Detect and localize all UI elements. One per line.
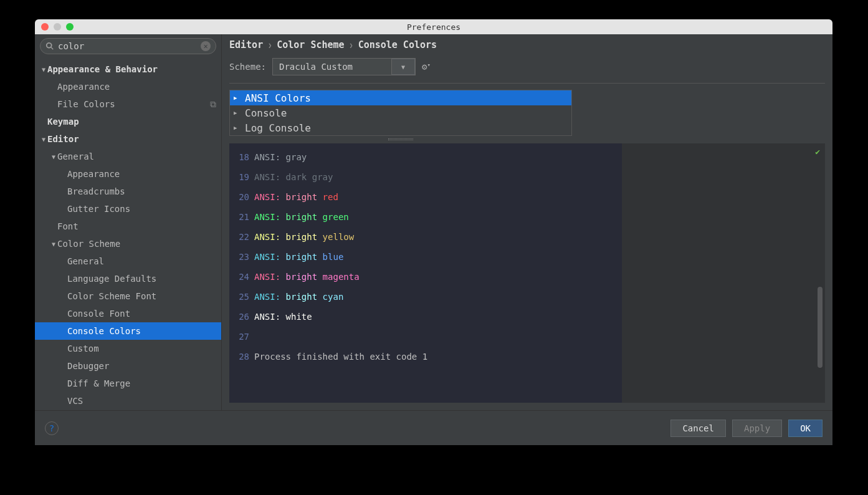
line-number: 28 bbox=[229, 352, 254, 362]
sidebar-item[interactable]: ▼General bbox=[35, 148, 221, 165]
line-number: 25 bbox=[229, 292, 254, 302]
breadcrumb-seg[interactable]: Color Scheme bbox=[277, 39, 344, 50]
project-badge-icon: ⧉ bbox=[210, 99, 216, 110]
ok-button[interactable]: OK bbox=[788, 420, 823, 437]
sidebar-item[interactable]: ▼Color Scheme bbox=[35, 235, 221, 252]
preferences-window: Preferences ✕ ▼Appearance & BehaviorAppe… bbox=[35, 19, 832, 445]
preview-line: 23ANSI: bright blue bbox=[229, 247, 622, 267]
search-input[interactable] bbox=[58, 41, 197, 51]
sidebar-item[interactable]: Custom bbox=[35, 340, 221, 357]
sidebar-item-label: Appearance & Behavior bbox=[47, 64, 158, 74]
line-text: ANSI: dark gray bbox=[254, 172, 333, 182]
line-text: ANSI: gray bbox=[254, 152, 307, 162]
sidebar-item[interactable]: Color Scheme Font bbox=[35, 287, 221, 305]
chevron-down-icon: ▼ bbox=[391, 59, 415, 75]
category-label: Log Console bbox=[245, 122, 311, 134]
line-number: 18 bbox=[229, 152, 254, 162]
sidebar-item-label: Editor bbox=[47, 134, 79, 144]
splitter-handle[interactable] bbox=[229, 136, 572, 142]
sidebar-item[interactable]: Font bbox=[35, 218, 221, 235]
line-number: 21 bbox=[229, 212, 254, 222]
line-number: 22 bbox=[229, 232, 254, 242]
sidebar-item-label: Appearance bbox=[57, 82, 110, 92]
category-row[interactable]: ▶Log Console bbox=[230, 120, 571, 135]
triangle-right-icon: ▶ bbox=[234, 125, 240, 131]
line-number: 20 bbox=[229, 192, 254, 202]
sidebar-item[interactable]: General bbox=[35, 252, 221, 270]
sidebar-item[interactable]: Appearance bbox=[35, 165, 221, 183]
sidebar-item[interactable]: Keymap bbox=[35, 113, 221, 130]
sidebar-item-label: Debugger bbox=[67, 361, 109, 371]
inspection-gutter: ✔ bbox=[622, 143, 825, 403]
cancel-button[interactable]: Cancel bbox=[670, 420, 726, 437]
preview-line: 20ANSI: bright red bbox=[229, 187, 622, 207]
settings-tree: ▼Appearance & BehaviorAppearanceFile Col… bbox=[35, 58, 221, 410]
sidebar-item[interactable]: Console Font bbox=[35, 305, 221, 322]
sidebar-item[interactable]: ▼Editor bbox=[35, 130, 221, 148]
sidebar-item-label: Console Colors bbox=[67, 326, 141, 336]
line-text: ANSI: white bbox=[254, 312, 312, 322]
line-number: 27 bbox=[229, 332, 254, 342]
sidebar-item-label: Gutter Icons bbox=[67, 204, 130, 214]
preview-line: 27 bbox=[229, 327, 622, 347]
scrollbar-thumb[interactable] bbox=[818, 287, 823, 368]
sidebar-item-label: Language Defaults bbox=[67, 274, 156, 284]
help-button[interactable]: ? bbox=[45, 421, 59, 435]
preview-line: 19ANSI: dark gray bbox=[229, 167, 622, 187]
clear-search-button[interactable]: ✕ bbox=[201, 41, 211, 51]
settings-sidebar: ✕ ▼Appearance & BehaviorAppearanceFile C… bbox=[35, 34, 222, 410]
breadcrumb: Editor ❯ Color Scheme ❯ Console Colors bbox=[222, 34, 832, 55]
category-row[interactable]: ▶ANSI Colors bbox=[230, 90, 571, 105]
breadcrumb-seg[interactable]: Editor bbox=[229, 39, 263, 50]
inspection-ok-icon: ✔ bbox=[815, 147, 820, 156]
search-icon bbox=[45, 42, 54, 50]
preview-line: 26ANSI: white bbox=[229, 307, 622, 327]
chevron-right-icon: ❯ bbox=[350, 42, 353, 49]
sidebar-item-label: Keymap bbox=[47, 117, 79, 127]
breadcrumb-seg: Console Colors bbox=[358, 39, 437, 50]
sidebar-item-label: VCS bbox=[67, 396, 83, 406]
category-label: ANSI Colors bbox=[245, 92, 311, 104]
line-text: ANSI: bright red bbox=[254, 192, 338, 202]
preview-line: 18ANSI: gray bbox=[229, 147, 622, 167]
scheme-value: Dracula Custom bbox=[273, 62, 385, 72]
line-text: ANSI: bright green bbox=[254, 212, 349, 222]
sidebar-item[interactable]: Breadcrumbs bbox=[35, 183, 221, 200]
sidebar-item[interactable]: Language Defaults bbox=[35, 270, 221, 287]
main-panel: Editor ❯ Color Scheme ❯ Console Colors S… bbox=[222, 34, 832, 410]
scheme-label: Scheme: bbox=[229, 62, 266, 72]
dialog-footer: ? Cancel Apply OK bbox=[35, 410, 832, 445]
sidebar-item-label: General bbox=[57, 151, 94, 161]
sidebar-item-label: Diff & Merge bbox=[67, 378, 130, 388]
apply-button[interactable]: Apply bbox=[732, 420, 782, 437]
sidebar-item-label: Custom bbox=[67, 344, 99, 353]
sidebar-item[interactable]: Console Colors bbox=[35, 322, 221, 340]
category-label: Console bbox=[245, 107, 287, 119]
preview-line: 25ANSI: bright cyan bbox=[229, 287, 622, 307]
sidebar-item[interactable]: Gutter Icons bbox=[35, 200, 221, 218]
sidebar-item-label: Breadcrumbs bbox=[67, 186, 125, 196]
gear-icon[interactable]: ⚙▾ bbox=[422, 62, 431, 72]
sidebar-item[interactable]: File Colors⧉ bbox=[35, 95, 221, 113]
sidebar-item-label: Console Font bbox=[67, 309, 130, 319]
line-text: Process finished with exit code 1 bbox=[254, 352, 427, 362]
sidebar-item[interactable]: Diff & Merge bbox=[35, 375, 221, 392]
line-text: ANSI: bright cyan bbox=[254, 292, 343, 302]
sidebar-item[interactable]: Appearance bbox=[35, 78, 221, 95]
preview-panel: 18ANSI: gray19ANSI: dark gray20ANSI: bri… bbox=[229, 143, 622, 403]
sidebar-item-label: Color Scheme bbox=[57, 239, 120, 249]
sidebar-item[interactable]: Debugger bbox=[35, 357, 221, 375]
preview-line: 21ANSI: bright green bbox=[229, 207, 622, 227]
line-text: ANSI: bright magenta bbox=[254, 272, 360, 282]
category-row[interactable]: ▶Console bbox=[230, 105, 571, 120]
window-title: Preferences bbox=[35, 22, 832, 32]
category-list: ▶ANSI Colors▶Console▶Log Console bbox=[229, 90, 572, 136]
preview-line: 28Process finished with exit code 1 bbox=[229, 347, 622, 367]
sidebar-item[interactable]: ▼Appearance & Behavior bbox=[35, 60, 221, 78]
sidebar-item-label: Color Scheme Font bbox=[67, 291, 156, 301]
scheme-select[interactable]: Dracula Custom ▼ bbox=[272, 58, 416, 75]
sidebar-item[interactable]: VCS bbox=[35, 392, 221, 410]
search-field[interactable]: ✕ bbox=[40, 38, 216, 54]
triangle-right-icon: ▶ bbox=[234, 110, 240, 116]
preview-line: 22ANSI: bright yellow bbox=[229, 227, 622, 247]
